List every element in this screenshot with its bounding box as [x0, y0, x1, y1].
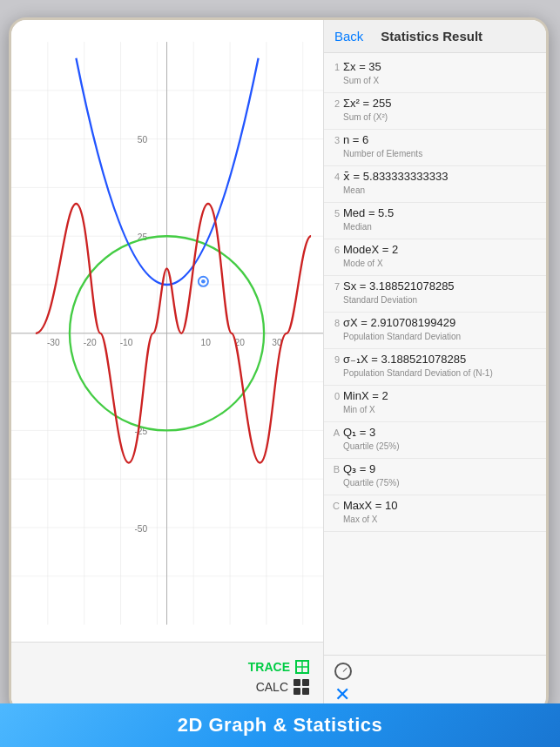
stat-item: A Q₁ = 3 Quartile (25%) — [324, 422, 546, 459]
stat-content: MinX = 2 Min of X — [343, 389, 539, 415]
stats-panel: Back Statistics Result 1 Σx = 35 Sum of … — [323, 20, 546, 711]
stat-value: x̄ = 5.833333333333 — [343, 170, 539, 185]
stat-content: Q₃ = 9 Quartile (75%) — [343, 462, 539, 488]
stat-label: Mean — [343, 185, 539, 196]
stat-value: MaxX = 10 — [343, 499, 539, 514]
stat-value: MinX = 2 — [343, 389, 539, 404]
bottom-banner-text: 2D Graph & Statistics — [178, 714, 382, 737]
stat-num: 3 — [327, 133, 340, 145]
svg-text:-10: -10 — [120, 338, 133, 347]
svg-point-34 — [201, 279, 206, 284]
stat-item: 9 σ₋₁X = 3.188521078285 Population Stand… — [324, 349, 546, 386]
back-button[interactable]: Back — [334, 29, 363, 44]
stat-value: Med = 5.5 — [343, 206, 539, 221]
stat-num: 5 — [327, 206, 340, 219]
stat-label: Min of X — [343, 405, 539, 415]
stat-item: 5 Med = 5.5 Median — [324, 203, 546, 239]
stat-content: Sx = 3.188521078285 Standard Deviation — [343, 279, 539, 306]
stats-title: Statistics Result — [381, 29, 482, 44]
stat-num: 4 — [327, 170, 340, 182]
stat-content: x̄ = 5.833333333333 Mean — [343, 170, 539, 196]
stat-label: Max of X — [343, 515, 539, 525]
stat-item: 3 n = 6 Number of Elements — [324, 130, 546, 166]
stat-label: Quartile (75%) — [343, 478, 539, 488]
svg-text:-20: -20 — [84, 338, 97, 347]
stat-num: 0 — [327, 389, 340, 401]
stats-header: Back Statistics Result — [324, 20, 546, 53]
stat-num: 1 — [327, 60, 340, 72]
calc-label: CALC — [256, 680, 288, 694]
svg-text:-30: -30 — [47, 338, 60, 347]
stat-label: Number of Elements — [343, 149, 539, 159]
stat-value: Sx = 3.188521078285 — [343, 279, 539, 294]
stat-value: Σx² = 255 — [343, 97, 539, 111]
stat-num: C — [327, 499, 340, 511]
stat-num: 8 — [327, 316, 340, 328]
stat-num: 6 — [327, 243, 340, 255]
stats-list: 1 Σx = 35 Sum of X 2 Σx² = 255 Sum of (X… — [324, 53, 546, 655]
stat-label: Population Standard Deviation — [343, 332, 539, 342]
stat-label: Mode of X — [343, 259, 539, 269]
stat-item: 6 ModeX = 2 Mode of X — [324, 239, 546, 276]
device-frame: 50 25 -25 -50 -30 -20 -10 10 20 30 TRACE — [9, 17, 549, 714]
calc-grid-icon — [293, 679, 309, 695]
bottom-banner: 2D Graph & Statistics — [0, 703, 560, 747]
svg-text:-50: -50 — [134, 524, 147, 534]
stat-value: ModeX = 2 — [343, 243, 539, 258]
stat-content: Σx² = 255 Sum of (X²) — [343, 97, 539, 123]
calc-button[interactable]: CALC — [256, 679, 309, 695]
stat-item: 0 MinX = 2 Min of X — [324, 386, 546, 422]
stat-value: σX = 2.910708199429 — [343, 316, 539, 331]
trace-icon — [295, 660, 309, 674]
stat-label: Median — [343, 222, 539, 232]
stat-content: n = 6 Number of Elements — [343, 133, 539, 159]
clock-icon[interactable] — [334, 663, 352, 680]
stat-num: A — [327, 426, 340, 438]
stat-item: B Q₃ = 9 Quartile (75%) — [324, 459, 546, 495]
stat-num: B — [327, 462, 340, 474]
stat-label: Sum of (X²) — [343, 112, 539, 123]
stat-content: Q₁ = 3 Quartile (25%) — [343, 426, 539, 452]
stat-item: 8 σX = 2.910708199429 Population Standar… — [324, 313, 546, 349]
stat-item: 7 Sx = 3.188521078285 Standard Deviation — [324, 276, 546, 313]
svg-text:50: 50 — [138, 135, 148, 145]
stat-item: 1 Σx = 35 Sum of X — [324, 57, 546, 93]
stat-value: Q₃ = 9 — [343, 462, 539, 477]
stat-value: σ₋₁X = 3.188521078285 — [343, 353, 539, 367]
stat-item: C MaxX = 10 Max of X — [324, 495, 546, 532]
stat-item: 2 Σx² = 255 Sum of (X²) — [324, 93, 546, 130]
stat-label: Sum of X — [343, 76, 539, 86]
graph-panel: 50 25 -25 -50 -30 -20 -10 10 20 30 TRACE — [11, 20, 323, 711]
stat-num: 2 — [327, 97, 340, 109]
graph-bottom-bar: TRACE CALC — [11, 642, 323, 711]
stat-label: Standard Deviation — [343, 295, 539, 306]
stat-content: Σx = 35 Sum of X — [343, 60, 539, 86]
stat-content: Med = 5.5 Median — [343, 206, 539, 232]
stat-content: ModeX = 2 Mode of X — [343, 243, 539, 269]
trace-button[interactable]: TRACE — [248, 660, 309, 674]
stat-content: MaxX = 10 Max of X — [343, 499, 539, 525]
trace-label: TRACE — [248, 660, 290, 674]
stat-num: 7 — [327, 279, 340, 292]
stat-value: n = 6 — [343, 133, 539, 148]
stat-value: Q₁ = 3 — [343, 426, 539, 441]
stat-item: 4 x̄ = 5.833333333333 Mean — [324, 166, 546, 203]
stat-label: Population Standard Deviation of (N-1) — [343, 368, 539, 379]
stat-content: σX = 2.910708199429 Population Standard … — [343, 316, 539, 342]
close-button[interactable]: ✕ — [334, 685, 350, 704]
stat-content: σ₋₁X = 3.188521078285 Population Standar… — [343, 353, 539, 379]
stat-value: Σx = 35 — [343, 60, 539, 75]
stat-label: Quartile (25%) — [343, 441, 539, 452]
svg-text:10: 10 — [200, 338, 211, 347]
stat-num: 9 — [327, 353, 340, 365]
